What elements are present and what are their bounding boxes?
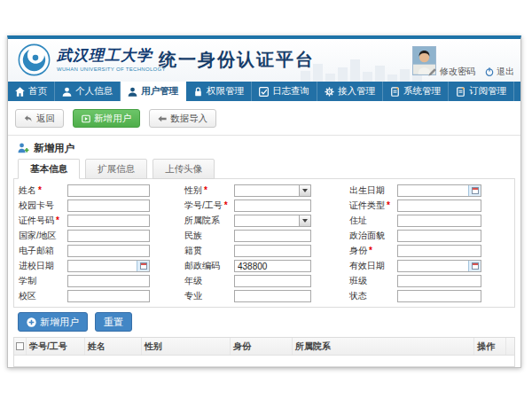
dropdown-arrow-icon[interactable] <box>299 185 310 196</box>
field-input-campus-card-no[interactable] <box>67 200 150 212</box>
field-label-name: 姓名* <box>19 184 67 197</box>
field-label-ethnicity: 民族 <box>184 230 234 242</box>
nav-tab-personal-info[interactable]: 个人信息 <box>55 82 121 101</box>
form-row-major: 专业 <box>184 290 311 302</box>
field-label-department: 所属院系 <box>184 215 234 227</box>
field-label-id-type: 证件类型* <box>349 200 397 212</box>
section-title: 新增用户 <box>34 142 74 155</box>
reset-label: 重置 <box>104 316 123 329</box>
field-input-study-length[interactable] <box>67 275 150 287</box>
section-header: 新增用户 <box>8 136 520 159</box>
field-input-name[interactable] <box>67 184 150 197</box>
nav-tab-label: 个人信息 <box>75 85 113 98</box>
submit-add-user-button[interactable]: 新增用户 <box>18 312 88 332</box>
form-row-study-length: 学制 <box>19 275 150 287</box>
field-input-status[interactable] <box>397 290 481 302</box>
nav-tab-home[interactable]: 首页 <box>8 82 55 101</box>
field-input-identity[interactable] <box>397 245 481 257</box>
add-user-toolbar-button[interactable]: 新增用户 <box>73 109 140 128</box>
field-label-birth-date: 出生日期 <box>349 184 397 197</box>
field-input-major[interactable] <box>234 290 311 302</box>
nav-tab-log-query[interactable]: 日志查询 <box>252 82 317 101</box>
field-input-country-region[interactable] <box>67 230 150 242</box>
field-input-postal-code[interactable] <box>234 260 311 272</box>
back-button[interactable]: 返回 <box>15 109 64 128</box>
dropdown-arrow-icon[interactable] <box>299 215 310 226</box>
table-header-row: 学号/工号姓名性别身份所属院系操作 <box>14 338 514 356</box>
import-arrow-icon <box>158 114 167 123</box>
calendar-icon[interactable] <box>468 261 481 271</box>
required-asterisk: * <box>56 215 59 225</box>
form-row-ethnicity: 民族 <box>184 230 311 242</box>
field-input-address[interactable] <box>397 215 481 227</box>
lock-icon <box>193 87 203 97</box>
form-panel: 姓名*校园卡号证件号码*国家/地区电子邮箱进校日期学制校区 性别*学号/工号*所… <box>13 178 515 308</box>
nav-tab-subscription-mgmt[interactable]: 订阅管理 <box>449 82 514 101</box>
required-asterisk: * <box>224 200 228 210</box>
nav-tab-system-mgmt[interactable]: 系统管理 <box>383 82 449 101</box>
field-label-valid-date: 有效日期 <box>349 260 397 272</box>
field-department[interactable] <box>234 215 311 227</box>
form-row-department: 所属院系 <box>184 215 311 227</box>
change-password-link[interactable]: 修改密码 <box>428 66 475 78</box>
logout-link[interactable]: 退出 <box>485 66 514 78</box>
nav-tab-label: 权限管理 <box>207 85 244 98</box>
tab-extended-info[interactable]: 扩展信息 <box>85 159 147 179</box>
field-input-class[interactable] <box>397 275 481 287</box>
select-all-checkbox[interactable] <box>16 342 24 350</box>
field-input-birth-date[interactable] <box>398 185 468 196</box>
nav-tab-access-mgmt[interactable]: 接入管理 <box>317 82 383 101</box>
field-value-department <box>235 215 299 226</box>
nav-tab-user-mgmt[interactable]: 用户管理 <box>121 82 186 101</box>
form-tabs: 基本信息扩展信息上传头像 <box>8 159 520 178</box>
toolbar: 返回 新增用户 数据导入 <box>8 101 520 136</box>
tab-basic-info[interactable]: 基本信息 <box>18 159 80 179</box>
field-label-study-length: 学制 <box>19 275 67 287</box>
main-nav: 首页个人信息用户管理权限管理日志查询接入管理系统管理订阅管理 <box>8 82 520 101</box>
field-input-campus[interactable] <box>67 290 150 302</box>
platform-title: 统一身份认证平台 <box>159 48 315 72</box>
required-asterisk: * <box>387 200 390 210</box>
field-input-student-staff-no[interactable] <box>234 200 311 212</box>
tab-upload-avatar[interactable]: 上传头像 <box>153 159 215 179</box>
field-input-entry-date[interactable] <box>68 261 137 271</box>
form-row-grade: 年级 <box>184 275 311 287</box>
form-row-id-number: 证件号码* <box>19 215 150 227</box>
reset-button[interactable]: 重置 <box>95 312 132 332</box>
data-import-button[interactable]: 数据导入 <box>149 109 216 128</box>
form-column-2: 性别*学号/工号*所属院系民族籍贯邮政编码年级专业 <box>184 184 311 305</box>
field-label-campus-card-no: 校园卡号 <box>19 200 67 212</box>
field-input-id-number[interactable] <box>67 215 150 227</box>
field-input-valid-date[interactable] <box>398 261 468 271</box>
table-header-3: 身份 <box>230 338 292 355</box>
form-row-class: 班级 <box>349 275 481 287</box>
form-row-gender: 性别* <box>184 184 311 197</box>
nav-tab-permission-mgmt[interactable]: 权限管理 <box>186 82 252 101</box>
pencil-icon <box>428 67 437 76</box>
field-gender[interactable] <box>234 184 311 197</box>
back-arrow-icon <box>24 114 33 123</box>
nav-tab-label: 日志查询 <box>272 85 309 98</box>
field-input-native-place[interactable] <box>234 245 311 257</box>
user-icon <box>62 87 72 97</box>
calendar-icon[interactable] <box>468 185 481 196</box>
nav-tab-label: 接入管理 <box>338 85 375 98</box>
field-input-political-status[interactable] <box>397 230 481 242</box>
form-row-campus: 校区 <box>19 290 150 302</box>
book-icon <box>456 87 466 97</box>
form-row-entry-date: 进校日期 <box>19 260 150 272</box>
add-user-toolbar-label: 新增用户 <box>94 113 131 125</box>
field-input-ethnicity[interactable] <box>234 230 311 242</box>
field-input-email[interactable] <box>67 245 150 257</box>
calendar-icon[interactable] <box>137 261 149 271</box>
field-label-political-status: 政治面貌 <box>349 230 397 242</box>
field-input-id-type[interactable] <box>397 200 481 212</box>
form-row-identity: 身份* <box>349 245 481 257</box>
field-label-class: 班级 <box>349 275 397 287</box>
form-row-status: 状态 <box>349 290 481 302</box>
field-input-grade[interactable] <box>234 275 311 287</box>
field-value-gender <box>235 185 299 196</box>
submit-add-user-label: 新增用户 <box>40 316 79 329</box>
required-asterisk: * <box>369 246 372 255</box>
form-row-country-region: 国家/地区 <box>19 230 150 242</box>
